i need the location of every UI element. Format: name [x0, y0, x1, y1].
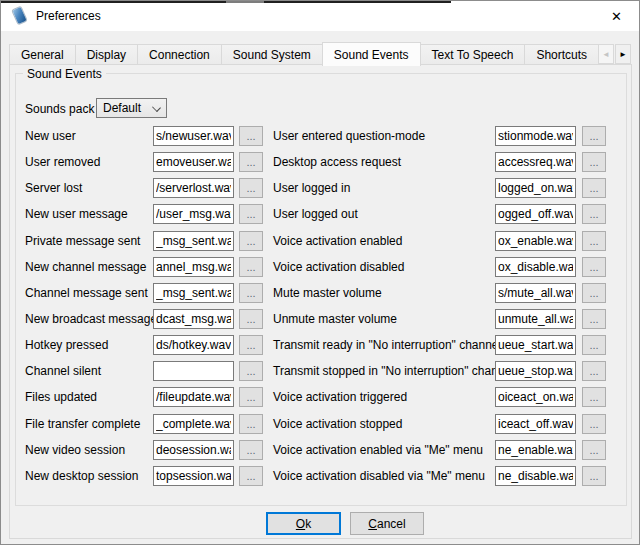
sound-path-input[interactable] — [153, 126, 234, 146]
tab-scroll-right-button[interactable]: ► — [615, 44, 631, 64]
sound-path-input[interactable] — [495, 466, 576, 486]
cancel-button-label: C — [368, 517, 377, 531]
ok-button[interactable]: Ok — [266, 512, 341, 535]
sound-path-input[interactable] — [495, 178, 576, 198]
sound-path-input[interactable] — [153, 361, 234, 381]
browse-button[interactable]: ... — [239, 257, 263, 277]
sound-event-label: Voice activation enabled via "Me" menu — [273, 443, 483, 457]
tab-shortcuts[interactable]: Shortcuts — [524, 44, 599, 64]
close-button[interactable]: ✕ — [594, 1, 639, 31]
sound-path-input[interactable] — [153, 309, 234, 329]
sound-path-input[interactable] — [495, 257, 576, 277]
browse-button[interactable]: ... — [239, 178, 263, 198]
sound-event-row: File transfer complete ... — [25, 411, 265, 437]
tab-sound-events[interactable]: Sound Events — [322, 42, 421, 66]
sound-path-input[interactable] — [153, 231, 234, 251]
sound-path-input[interactable] — [153, 152, 234, 172]
teamtalk-app-icon — [12, 7, 28, 25]
sound-event-row: User entered question-mode ... — [273, 123, 609, 149]
browse-button[interactable]: ... — [582, 178, 606, 198]
sound-events-left-column: New user ... User removed ... Server los… — [25, 123, 265, 489]
browse-button[interactable]: ... — [582, 283, 606, 303]
sound-event-label: Transmit ready in "No interruption" chan… — [273, 338, 501, 352]
tab-label: Display — [87, 48, 126, 62]
sound-event-label: Voice activation stopped — [273, 417, 402, 431]
browse-button[interactable]: ... — [239, 283, 263, 303]
sound-path-input[interactable] — [153, 387, 234, 407]
browse-button[interactable]: ... — [239, 335, 263, 355]
sound-path-input[interactable] — [153, 335, 234, 355]
browse-button[interactable]: ... — [582, 414, 606, 434]
tab-label: Text To Speech — [432, 48, 514, 62]
sound-event-row: New desktop session ... — [25, 463, 265, 489]
browse-button[interactable]: ... — [582, 335, 606, 355]
sound-path-input[interactable] — [153, 257, 234, 277]
sound-event-row: Channel silent ... — [25, 358, 265, 384]
browse-button[interactable]: ... — [582, 152, 606, 172]
sound-event-label: New broadcast message — [25, 312, 157, 326]
browse-button[interactable]: ... — [239, 466, 263, 486]
sound-path-input[interactable] — [153, 440, 234, 460]
sound-event-label: Channel message sent — [25, 286, 148, 300]
browse-button[interactable]: ... — [582, 466, 606, 486]
sound-event-label: Desktop access request — [273, 155, 401, 169]
sound-path-input[interactable] — [495, 335, 576, 355]
browse-button[interactable]: ... — [582, 257, 606, 277]
cancel-button[interactable]: Cancel — [350, 512, 424, 535]
tab-label: Sound Events — [334, 48, 409, 62]
sound-path-input[interactable] — [153, 414, 234, 434]
tab-text-to-speech[interactable]: Text To Speech — [420, 44, 526, 64]
browse-button[interactable]: ... — [582, 361, 606, 381]
sound-path-input[interactable] — [153, 466, 234, 486]
sound-event-label: Mute master volume — [273, 286, 382, 300]
sounds-pack-dropdown[interactable]: Default — [96, 98, 167, 118]
browse-button[interactable]: ... — [582, 309, 606, 329]
sound-path-input[interactable] — [495, 440, 576, 460]
sound-event-label: Hotkey pressed — [25, 338, 108, 352]
tab-general[interactable]: General — [9, 44, 76, 64]
sound-event-row: Desktop access request ... — [273, 149, 609, 175]
groupbox-label: Sound Events — [23, 67, 106, 81]
sound-event-row: Unmute master volume ... — [273, 306, 609, 332]
browse-button[interactable]: ... — [582, 126, 606, 146]
sound-path-input[interactable] — [495, 152, 576, 172]
browse-button[interactable]: ... — [239, 231, 263, 251]
browse-button[interactable]: ... — [582, 440, 606, 460]
sound-event-row: Voice activation stopped ... — [273, 411, 609, 437]
browse-button[interactable]: ... — [239, 204, 263, 224]
sound-path-input[interactable] — [153, 178, 234, 198]
sound-events-right-column: User entered question-mode ... Desktop a… — [273, 123, 609, 489]
tab-scroll-left-button[interactable]: ◄ — [598, 44, 614, 64]
browse-button[interactable]: ... — [239, 361, 263, 381]
sound-path-input[interactable] — [495, 231, 576, 251]
sound-path-input[interactable] — [153, 283, 234, 303]
browse-button[interactable]: ... — [239, 309, 263, 329]
browse-button[interactable]: ... — [582, 387, 606, 407]
browse-button[interactable]: ... — [239, 387, 263, 407]
browse-button[interactable]: ... — [582, 204, 606, 224]
sound-event-row: User logged out ... — [273, 201, 609, 227]
browse-button[interactable]: ... — [582, 231, 606, 251]
tab-connection[interactable]: Connection — [137, 44, 222, 64]
sound-event-row: Transmit stopped in "No interruption" ch… — [273, 358, 609, 384]
browse-button[interactable]: ... — [239, 440, 263, 460]
tab-sound-system[interactable]: Sound System — [221, 44, 323, 64]
sound-event-label: New user message — [25, 207, 128, 221]
sound-event-label: Unmute master volume — [273, 312, 397, 326]
browse-button[interactable]: ... — [239, 414, 263, 434]
sound-event-label: File transfer complete — [25, 417, 140, 431]
sound-path-input[interactable] — [495, 126, 576, 146]
sound-path-input[interactable] — [495, 204, 576, 224]
sound-event-row: New user ... — [25, 123, 265, 149]
sound-path-input[interactable] — [495, 414, 576, 434]
sound-path-input[interactable] — [495, 309, 576, 329]
browse-button[interactable]: ... — [239, 152, 263, 172]
sound-event-row: Voice activation enabled via "Me" menu .… — [273, 437, 609, 463]
browse-button[interactable]: ... — [239, 126, 263, 146]
sound-path-input[interactable] — [495, 387, 576, 407]
sound-path-input[interactable] — [153, 204, 234, 224]
sound-event-label: New user — [25, 129, 76, 143]
tab-display[interactable]: Display — [75, 44, 138, 64]
sound-path-input[interactable] — [495, 283, 576, 303]
sound-path-input[interactable] — [495, 361, 576, 381]
